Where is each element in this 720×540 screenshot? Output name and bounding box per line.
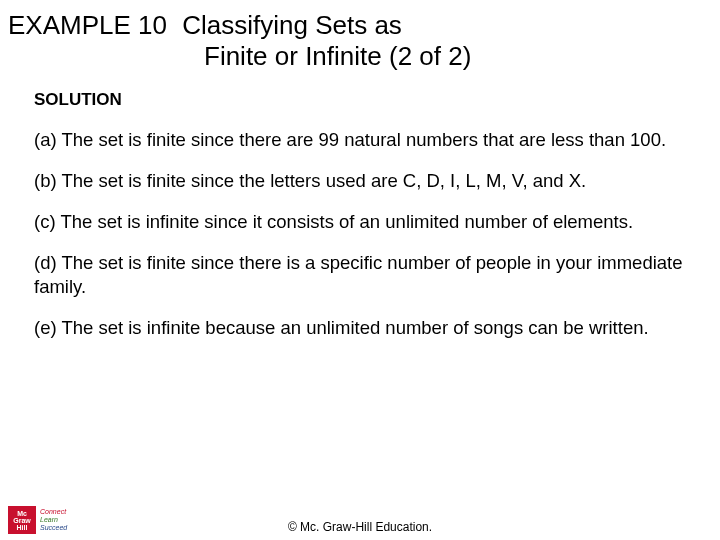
slide-title-block: EXAMPLE 10 Classifying Sets as Finite or…: [0, 0, 720, 72]
paragraph-d: (d) The set is finite since there is a s…: [34, 251, 686, 297]
title-line-1: EXAMPLE 10 Classifying Sets as: [8, 10, 720, 41]
paragraph-c: (c) The set is infinite since it consist…: [34, 210, 686, 233]
example-label: EXAMPLE 10: [8, 10, 167, 40]
title-line-2: Finite or Infinite (2 of 2): [204, 41, 720, 72]
logo-text-mc: Mc: [17, 510, 27, 517]
tagline-connect: Connect: [40, 508, 67, 516]
title-main: Classifying Sets as: [182, 10, 402, 40]
content-area: SOLUTION (a) The set is finite since the…: [0, 72, 720, 339]
solution-heading: SOLUTION: [34, 90, 686, 110]
copyright-footer: © Mc. Graw-Hill Education.: [0, 520, 720, 534]
paragraph-e: (e) The set is infinite because an unlim…: [34, 316, 686, 339]
paragraph-a: (a) The set is finite since there are 99…: [34, 128, 686, 151]
paragraph-b: (b) The set is finite since the letters …: [34, 169, 686, 192]
